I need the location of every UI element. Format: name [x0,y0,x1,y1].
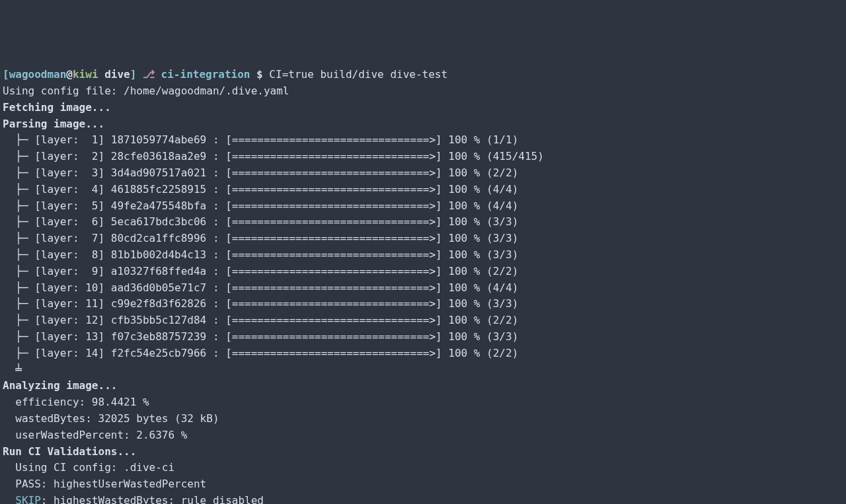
layer-row: ├─ [layer: 6] 5eca617bdc3bc06 : [=======… [3,214,843,231]
analyzing-line: Analyzing image... [3,378,843,394]
layer-row: ├─ [layer: 12] cfb35bb5c127d84 : [======… [3,312,843,329]
parsing-line: Parsing image... [3,116,843,133]
layer-row: ├─ [layer: 5] 49fe2a475548bfa : [=======… [3,198,843,215]
efficiency-line: efficiency: 98.4421 % [3,394,843,411]
terminal[interactable]: [wagoodman@kiwi dive] ⎇ ci-integration $… [3,67,843,504]
cwd: dive [98,68,130,81]
layer-row: ├─ [layer: 3] 3d4ad907517a021 : [=======… [3,165,843,182]
run-ci-line: Run CI Validations... [3,444,843,460]
bracket-close: ] [130,68,137,81]
skip-line: SKIP: highestWastedBytes: rule disabled [3,493,843,504]
layer-row: ├─ [layer: 11] c99e2f8d3f62826 : [======… [3,296,843,312]
skip-text: : highestWastedBytes: rule disabled [41,494,264,504]
prompt-dollar: $ [250,68,269,81]
ci-config-line: Using CI config: .dive-ci [3,460,843,476]
layers-list: ├─ [layer: 1] 1871059774abe69 : [=======… [3,132,843,361]
layer-row: ├─ [layer: 10] aad36d0b05e71c7 : [======… [3,280,843,297]
prompt-line-1: [wagoodman@kiwi dive] ⎇ ci-integration $… [3,67,843,83]
layer-row: ├─ [layer: 4] 461885fc2258915 : [=======… [3,182,843,198]
bracket-open: [ [3,68,9,81]
layer-row: ├─ [layer: 8] 81b1b002d4b4c13 : [=======… [3,247,843,264]
layer-row: ├─ [layer: 9] a10327f68ffed4a : [=======… [3,264,843,280]
hostname: kiwi [73,68,98,81]
layer-row: ├─ [layer: 1] 1871059774abe69 : [=======… [3,132,843,149]
layer-row: ├─ [layer: 7] 80cd2ca1ffc8996 : [=======… [3,231,843,247]
wasted-bytes-line: wastedBytes: 32025 bytes (32 kB) [3,411,843,427]
layer-row: ├─ [layer: 2] 28cfe03618aa2e9 : [=======… [3,149,843,165]
fetching-line: Fetching image... [3,100,843,116]
branch-icon: ⎇ [136,68,161,81]
at-sign: @ [66,68,73,81]
pass-badge: PASS [3,478,41,490]
git-branch: ci-integration [161,68,250,81]
pass-text: : highestUserWastedPercent [41,478,206,490]
skip-badge: SKIP [3,494,41,504]
user-wasted-line: userWastedPercent: 2.6376 % [3,427,843,444]
pass-line: PASS: highestUserWastedPercent [3,476,843,493]
tree-end-line: ╧ [3,362,843,378]
layer-row: ├─ [layer: 13] f07c3eb88757239 : [======… [3,329,843,345]
layer-row: ├─ [layer: 14] f2fc54e25cb7966 : [======… [3,345,843,362]
config-line: Using config file: /home/wagoodman/.dive… [3,83,843,100]
username: wagoodman [9,68,67,81]
command-text: CI=true build/dive dive-test [269,68,447,81]
